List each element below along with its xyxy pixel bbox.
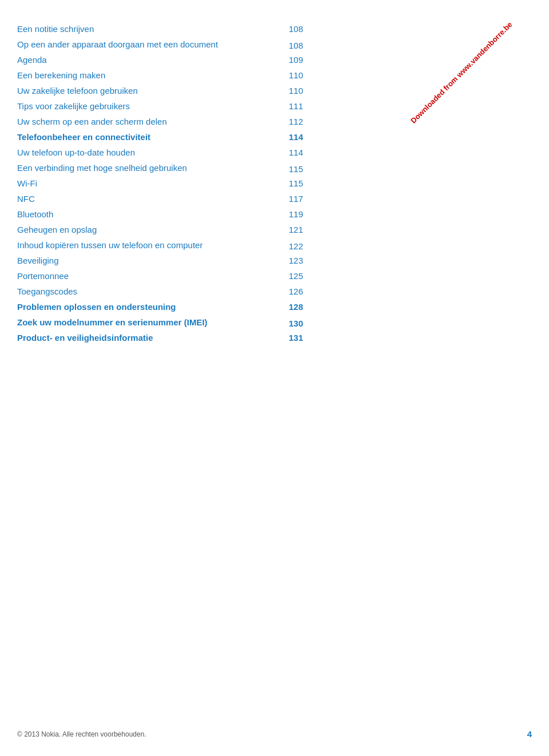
toc-content: Een notitie schrijven 108 Op een ander a… [17,17,303,344]
toc-label-tips: Tips voor zakelijke gebruikers [17,100,280,112]
toc-label-uptodate: Uw telefoon up-to-date houden [17,146,280,158]
toc-page-wifi: 115 [280,177,303,189]
toc-page-geheugen: 121 [280,224,303,236]
toc-row-product: Product- en veiligheidsinformatie 131 [17,332,303,344]
toc-page-bluetooth: 119 [280,208,303,220]
toc-page-inhoud: 122 [280,241,303,251]
toc-page-nfc: 117 [280,193,303,205]
toc-row-berekening: Een berekening maken 110 [17,69,303,81]
toc-page-berekening: 110 [280,69,303,81]
toc-label-telefoonbeheer: Telefoonbeheer en connectiviteit [17,131,280,143]
toc-row-toegangscodes: Toegangscodes 126 [17,285,303,297]
toc-row-scherm: Uw scherm op een ander scherm delen 112 [17,116,303,128]
toc-label-geheugen: Geheugen en opslag [17,224,280,236]
toc-label-toegangscodes: Toegangscodes [17,285,280,297]
toc-row-modelnummer: Zoek uw modelnummer en serienummer (IMEI… [17,316,303,328]
toc-label-wifi: Wi-Fi [17,177,280,189]
toc-row-notitie: Een notitie schrijven 108 [17,23,303,35]
toc-page-modelnummer: 130 [280,319,303,328]
page-footer: © 2013 Nokia. Alle rechten voorbehouden.… [17,729,532,739]
toc-page-product: 131 [280,332,303,344]
watermark-text: Downloaded from www.vandenborre.be [409,20,514,125]
toc-row-agenda: Agenda 109 [17,54,303,66]
toc-row-telefoonbeheer: Telefoonbeheer en connectiviteit 114 [17,131,303,143]
toc-row-geheugen: Geheugen en opslag 121 [17,224,303,236]
toc-page-telefoonbeheer: 114 [280,131,303,143]
toc-row-tips: Tips voor zakelijke gebruikers 111 [17,100,303,112]
toc-label-notitie: Een notitie schrijven [17,23,280,35]
toc-page-scherm: 112 [280,116,303,128]
toc-page-agenda: 109 [280,54,303,66]
toc-label-berekening: Een berekening maken [17,69,280,81]
page-container: Downloaded from www.vandenborre.be Een n… [0,0,549,756]
footer-page-number: 4 [527,729,532,739]
toc-label-verbinding: Een verbinding met hoge snelheid gebruik… [17,162,280,174]
toc-page-tips: 111 [280,100,303,112]
toc-page-problemen: 128 [280,301,303,313]
toc-row-portemonnee: Portemonnee 125 [17,270,303,282]
toc-label-problemen: Problemen oplossen en ondersteuning [17,301,280,313]
toc-label-inhoud: Inhoud kopiëren tussen uw telefoon en co… [17,239,280,251]
toc-label-agenda: Agenda [17,54,280,66]
toc-label-portemonnee: Portemonnee [17,270,280,282]
toc-page-zakelijk: 110 [280,85,303,97]
toc-label-product: Product- en veiligheidsinformatie [17,332,280,344]
toc-row-bluetooth: Bluetooth 119 [17,208,303,220]
toc-page-portemonnee: 125 [280,270,303,282]
footer-copyright: © 2013 Nokia. Alle rechten voorbehouden. [17,730,146,738]
watermark: Downloaded from www.vandenborre.be [400,11,515,126]
toc-label-apparaat: Op een ander apparaat doorgaan met een d… [17,38,280,50]
toc-label-nfc: NFC [17,193,280,205]
toc-row-inhoud: Inhoud kopiëren tussen uw telefoon en co… [17,239,303,251]
toc-label-bluetooth: Bluetooth [17,208,280,220]
toc-row-nfc: NFC 117 [17,193,303,205]
toc-label-scherm: Uw scherm op een ander scherm delen [17,116,280,128]
toc-page-apparaat: 108 [280,41,303,50]
toc-row-apparaat: Op een ander apparaat doorgaan met een d… [17,38,303,50]
toc-page-toegangscodes: 126 [280,285,303,297]
toc-label-beveiliging: Beveiliging [17,254,280,266]
toc-label-zakelijk: Uw zakelijke telefoon gebruiken [17,85,280,97]
toc-page-beveiliging: 123 [280,254,303,266]
toc-row-zakelijk: Uw zakelijke telefoon gebruiken 110 [17,85,303,97]
toc-row-beveiliging: Beveiliging 123 [17,254,303,266]
toc-page-verbinding: 115 [280,164,303,174]
toc-row-verbinding: Een verbinding met hoge snelheid gebruik… [17,162,303,174]
toc-page-notitie: 108 [280,23,303,35]
toc-row-problemen: Problemen oplossen en ondersteuning 128 [17,301,303,313]
toc-row-uptodate: Uw telefoon up-to-date houden 114 [17,146,303,158]
toc-label-modelnummer: Zoek uw modelnummer en serienummer (IMEI… [17,316,280,328]
toc-page-uptodate: 114 [280,146,303,158]
toc-row-wifi: Wi-Fi 115 [17,177,303,189]
